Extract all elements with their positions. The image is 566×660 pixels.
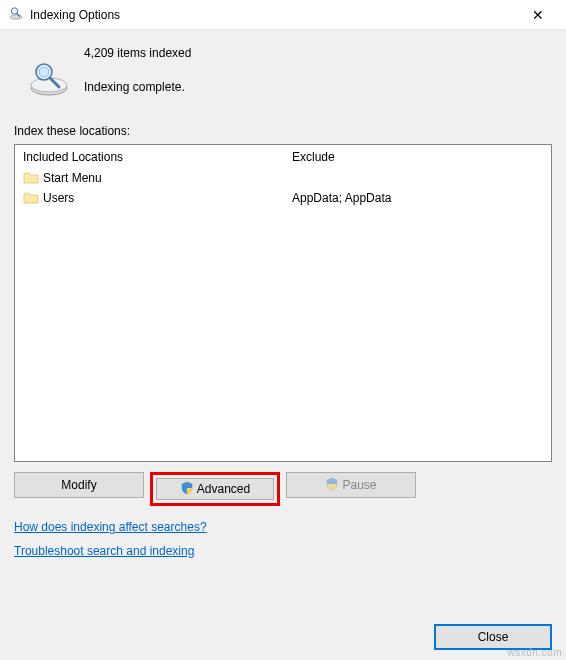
indexing-options-window: Indexing Options ✕ 4,209 items indexed I… bbox=[0, 0, 566, 660]
location-name: Users bbox=[43, 191, 74, 205]
close-icon: ✕ bbox=[532, 7, 544, 23]
list-item[interactable]: Users AppData; AppData bbox=[15, 188, 551, 208]
action-buttons-row: Modify Advanced bbox=[14, 472, 552, 506]
button-label: Close bbox=[478, 630, 509, 644]
modify-button[interactable]: Modify bbox=[14, 472, 144, 498]
header-included[interactable]: Included Locations bbox=[15, 146, 284, 168]
location-name: Start Menu bbox=[43, 171, 102, 185]
content-area: 4,209 items indexed Indexing complete. I… bbox=[0, 30, 566, 660]
advanced-button[interactable]: Advanced bbox=[156, 478, 274, 500]
indexing-title-icon bbox=[8, 5, 24, 24]
folder-icon bbox=[23, 191, 39, 205]
shield-icon bbox=[180, 481, 194, 498]
status-text: 4,209 items indexed Indexing complete. bbox=[84, 44, 191, 94]
indexing-status-message: Indexing complete. bbox=[84, 80, 191, 94]
header-exclude[interactable]: Exclude bbox=[284, 146, 551, 168]
list-item[interactable]: Start Menu bbox=[15, 168, 551, 188]
watermark: wsxdn.com bbox=[507, 647, 562, 658]
location-rows: Start Menu Users AppData; AppData bbox=[15, 168, 551, 461]
button-label: Pause bbox=[342, 478, 376, 492]
locations-listbox[interactable]: Included Locations Exclude Start Menu bbox=[14, 144, 552, 462]
index-locations-label: Index these locations: bbox=[14, 124, 552, 138]
svg-point-0 bbox=[10, 15, 22, 19]
link-troubleshoot[interactable]: Troubleshoot search and indexing bbox=[14, 544, 194, 558]
button-label: Modify bbox=[61, 478, 96, 492]
help-links: How does indexing affect searches? Troub… bbox=[14, 520, 552, 568]
window-title: Indexing Options bbox=[30, 8, 518, 22]
column-headers: Included Locations Exclude bbox=[15, 145, 551, 168]
folder-icon bbox=[23, 171, 39, 185]
pause-button: Pause bbox=[286, 472, 416, 498]
indexing-status-icon bbox=[14, 44, 84, 98]
shield-icon bbox=[325, 477, 339, 494]
button-label: Advanced bbox=[197, 482, 250, 496]
location-exclude: AppData; AppData bbox=[284, 187, 551, 209]
advanced-highlight: Advanced bbox=[150, 472, 280, 506]
items-indexed-count: 4,209 items indexed bbox=[84, 46, 191, 60]
svg-point-4 bbox=[31, 78, 67, 92]
window-close-button[interactable]: ✕ bbox=[518, 1, 558, 29]
svg-point-6 bbox=[39, 67, 49, 77]
location-exclude bbox=[284, 174, 551, 182]
titlebar: Indexing Options ✕ bbox=[0, 0, 566, 30]
link-how-indexing[interactable]: How does indexing affect searches? bbox=[14, 520, 207, 534]
status-row: 4,209 items indexed Indexing complete. bbox=[14, 44, 552, 98]
